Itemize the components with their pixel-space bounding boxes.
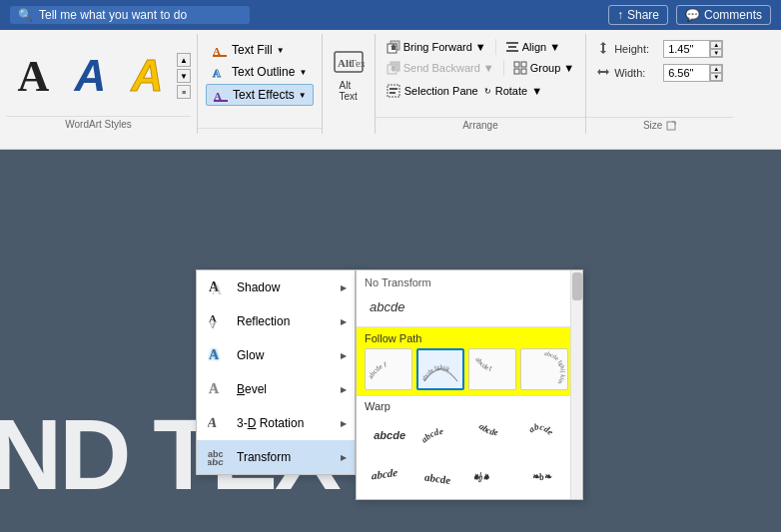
follow-path-circle[interactable]: abcde fghij klm xyxy=(520,348,568,390)
align-button[interactable]: Align ▼ xyxy=(500,38,565,56)
width-spinner-up[interactable]: ▲ xyxy=(710,65,722,73)
send-backward-icon xyxy=(387,61,400,75)
group-caret[interactable]: ▼ xyxy=(563,62,574,74)
shadow-menu-item[interactable]: AA Shadow ▶ xyxy=(197,270,355,304)
ribbon: A A A ▲ ▼ ≡ WordArt Styles A Text F xyxy=(0,30,781,150)
top-right-buttons: ↑ Share 💬 Comments xyxy=(608,5,771,25)
warp-item-7[interactable]: ❧b❧ xyxy=(471,457,521,495)
group-label: Group xyxy=(530,62,561,74)
group-icon xyxy=(513,61,527,75)
comments-button[interactable]: 💬 Comments xyxy=(676,5,771,25)
search-icon: 🔍 xyxy=(18,8,33,22)
wordart-samples: A A A xyxy=(6,42,175,110)
submenu-scrollbar[interactable] xyxy=(570,270,582,499)
warp-item-4[interactable]: abcde xyxy=(524,416,574,454)
text-fill-caret[interactable]: ▼ xyxy=(277,46,285,55)
wordart-sample-yellow[interactable]: A xyxy=(120,42,175,110)
svg-rect-18 xyxy=(521,69,526,74)
comments-label: Comments xyxy=(704,8,762,22)
text-effects-caret[interactable]: ▼ xyxy=(299,91,307,100)
bevel-label: Bevel xyxy=(237,382,345,396)
wordart-sample-blue[interactable]: A xyxy=(63,42,118,110)
svg-text:abcde: abcde xyxy=(424,471,450,487)
svg-rect-4 xyxy=(214,100,228,102)
alt-text-button[interactable]: Alt Text AltText xyxy=(329,44,369,106)
glow-label: Glow xyxy=(237,348,345,362)
alt-text-icon: Alt Text xyxy=(333,48,365,80)
text-outline-button[interactable]: A Text Outline ▼ xyxy=(206,62,314,82)
follow-path-arch-up[interactable]: abcde f xyxy=(365,348,412,390)
height-spinner-down[interactable]: ▼ xyxy=(710,49,722,57)
warp-item-6[interactable]: abcde xyxy=(417,457,467,495)
wordart-scroll-down[interactable]: ▼ xyxy=(177,69,191,83)
bevel-menu-item[interactable]: A Bevel ▶ xyxy=(197,372,355,406)
selection-pane-button[interactable]: Selection Pane ↻ Rotate ▼ xyxy=(382,82,579,100)
warp-label: Warp xyxy=(365,400,574,412)
transform-menu-item[interactable]: abc abc Transform ▶ xyxy=(197,440,355,474)
svg-text:abcde: abcde xyxy=(420,426,443,444)
wordart-scroll-arrows: ▲ ▼ ≡ xyxy=(177,53,191,99)
transform-icon: abc abc xyxy=(207,446,229,468)
svg-text:A: A xyxy=(208,414,220,430)
follow-path-label: Follow Path xyxy=(365,332,574,344)
shadow-arrow: ▶ xyxy=(341,283,347,292)
reflection-menu-item[interactable]: AA Reflection ▶ xyxy=(197,304,355,338)
width-label: Width: xyxy=(614,67,659,79)
send-backward-label: Send Backward xyxy=(403,62,480,74)
reflection-label: Reflection xyxy=(237,314,345,328)
svg-rect-12 xyxy=(506,50,518,52)
svg-text:A: A xyxy=(209,381,220,396)
align-icon xyxy=(505,40,519,54)
text-effects-button[interactable]: A Text Effects ▼ xyxy=(206,84,314,106)
follow-path-items: abcde f abcde fg xyxy=(365,348,574,390)
bevel-arrow: ▶ xyxy=(341,385,347,394)
warp-item-5[interactable]: abcde xyxy=(365,457,414,495)
alt-text-label: AltText xyxy=(340,80,358,102)
no-transform-item[interactable]: abcde xyxy=(365,292,574,320)
height-icon xyxy=(596,41,610,57)
size-expand-icon[interactable] xyxy=(666,121,676,131)
warp-item-2[interactable]: abcde xyxy=(417,416,467,454)
rotate-label: Rotate xyxy=(495,85,527,97)
send-backward-caret[interactable]: ▼ xyxy=(483,62,494,74)
text-effects-icon: A xyxy=(213,87,229,103)
svg-text:abcde: abcde xyxy=(476,421,497,437)
wordart-scroll-expand[interactable]: ≡ xyxy=(177,85,191,99)
wordart-sample-black[interactable]: A xyxy=(6,42,61,110)
width-spinner-down[interactable]: ▼ xyxy=(710,73,722,81)
group-button[interactable]: Group ▼ xyxy=(508,59,579,77)
wordart-scroll-up[interactable]: ▲ xyxy=(177,53,191,67)
transform-submenu: No Transform abcde Follow Path abcde f xyxy=(356,269,583,500)
text-outline-caret[interactable]: ▼ xyxy=(299,68,307,77)
warp-item-3[interactable]: abcde xyxy=(471,416,521,454)
search-box[interactable]: 🔍 Tell me what you want to do xyxy=(10,6,250,24)
follow-path-arch-down[interactable]: abcde f xyxy=(468,348,516,390)
bring-forward-caret[interactable]: ▼ xyxy=(475,41,486,53)
text-outline-label: Text Outline xyxy=(232,65,295,79)
glow-icon: A xyxy=(207,344,229,366)
glow-menu-item[interactable]: A Glow ▶ xyxy=(197,338,355,372)
send-backward-button[interactable]: Send Backward ▼ xyxy=(382,59,499,77)
shadow-label: Shadow xyxy=(237,280,345,294)
follow-path-arch-selected[interactable]: abcde fghijk xyxy=(416,348,464,390)
shadow-icon: AA xyxy=(207,276,229,298)
warp-item-8[interactable]: ❧b❧ xyxy=(524,457,574,495)
svg-rect-16 xyxy=(521,62,526,67)
bring-forward-button[interactable]: Bring Forward ▼ xyxy=(382,38,491,56)
text-fill-button[interactable]: A Text Fill ▼ xyxy=(206,40,314,60)
rotate-caret[interactable]: ▼ xyxy=(531,85,542,97)
no-transform-section: No Transform abcde xyxy=(357,270,582,327)
svg-rect-20 xyxy=(390,88,397,90)
scrollbar-thumb[interactable] xyxy=(572,272,582,300)
3d-rotation-menu-item[interactable]: A 3-D Rotation ▶ xyxy=(197,406,355,440)
share-button[interactable]: ↑ Share xyxy=(608,5,668,25)
align-caret[interactable]: ▼ xyxy=(549,41,560,53)
height-spinner-up[interactable]: ▲ xyxy=(710,41,722,49)
warp-item-1[interactable]: abcde xyxy=(365,416,414,454)
svg-text:A: A xyxy=(212,282,223,297)
text-outline-icon: A xyxy=(212,64,228,80)
glow-arrow: ▶ xyxy=(341,351,347,360)
svg-text:Text: Text xyxy=(350,57,365,69)
svg-text:abcde: abcde xyxy=(527,421,555,437)
width-row: Width: 6.56" ▲ ▼ xyxy=(596,64,723,82)
